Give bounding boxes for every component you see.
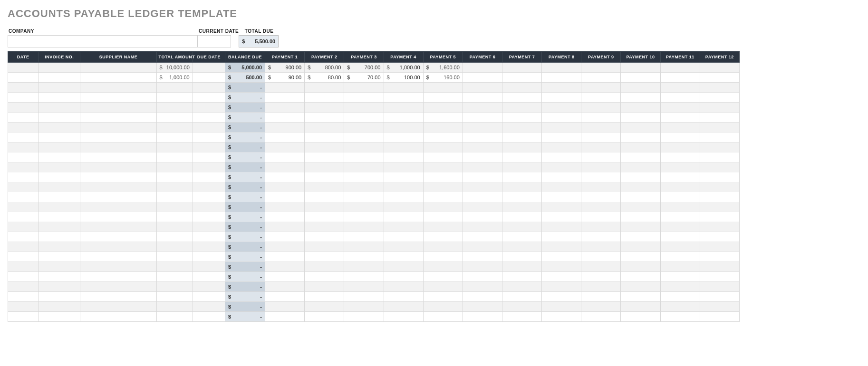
cell-invoice-no[interactable] <box>39 172 80 182</box>
cell-payment-2[interactable] <box>305 103 344 113</box>
cell-due-date[interactable] <box>193 132 225 142</box>
cell-payment-7[interactable] <box>502 162 541 172</box>
cell-invoice-no[interactable] <box>39 83 80 93</box>
cell-payment-8[interactable] <box>542 172 581 182</box>
cell-payment-9[interactable] <box>581 272 621 282</box>
cell-payment-8[interactable] <box>542 302 581 312</box>
cell-date[interactable] <box>8 73 39 83</box>
cell-payment-6[interactable] <box>463 262 502 272</box>
cell-payment-2[interactable] <box>305 93 344 103</box>
cell-payment-10[interactable] <box>621 142 660 152</box>
cell-due-date[interactable] <box>193 242 225 252</box>
cell-payment-7[interactable] <box>502 232 541 242</box>
cell-payment-7[interactable] <box>502 103 541 113</box>
cell-payment-11[interactable] <box>660 242 700 252</box>
cell-payment-10[interactable] <box>621 113 660 122</box>
cell-total-amount[interactable] <box>156 172 193 182</box>
cell-invoice-no[interactable] <box>39 142 80 152</box>
cell-balance-due[interactable]: $- <box>225 162 265 172</box>
cell-date[interactable] <box>8 202 39 212</box>
cell-due-date[interactable] <box>193 202 225 212</box>
cell-payment-12[interactable] <box>700 172 739 182</box>
cell-payment-12[interactable] <box>700 182 739 192</box>
cell-payment-9[interactable] <box>581 132 621 142</box>
cell-invoice-no[interactable] <box>39 232 80 242</box>
cell-payment-7[interactable] <box>502 222 541 232</box>
cell-total-amount[interactable] <box>156 252 193 262</box>
cell-supplier-name[interactable] <box>80 202 156 212</box>
cell-payment-7[interactable] <box>502 152 541 162</box>
cell-payment-11[interactable] <box>660 252 700 262</box>
cell-payment-8[interactable] <box>542 312 581 322</box>
cell-payment-10[interactable] <box>621 302 660 312</box>
cell-payment-9[interactable] <box>581 232 621 242</box>
cell-invoice-no[interactable] <box>39 302 80 312</box>
cell-payment-8[interactable] <box>542 202 581 212</box>
cell-payment-12[interactable] <box>700 83 739 93</box>
cell-payment-8[interactable] <box>542 63 581 73</box>
cell-supplier-name[interactable] <box>80 113 156 122</box>
cell-payment-2[interactable] <box>305 202 344 212</box>
cell-supplier-name[interactable] <box>80 93 156 103</box>
cell-payment-4[interactable] <box>384 202 423 212</box>
cell-payment-7[interactable] <box>502 83 541 93</box>
cell-date[interactable] <box>8 292 39 302</box>
cell-payment-7[interactable] <box>502 212 541 222</box>
cell-balance-due[interactable]: $- <box>225 282 265 292</box>
cell-payment-7[interactable] <box>502 182 541 192</box>
cell-payment-11[interactable] <box>660 292 700 302</box>
cell-balance-due[interactable]: $- <box>225 222 265 232</box>
cell-due-date[interactable] <box>193 212 225 222</box>
cell-payment-4[interactable] <box>384 262 423 272</box>
cell-payment-7[interactable] <box>502 142 541 152</box>
cell-payment-4[interactable] <box>384 222 423 232</box>
cell-payment-12[interactable] <box>700 142 739 152</box>
cell-invoice-no[interactable] <box>39 103 80 113</box>
cell-supplier-name[interactable] <box>80 212 156 222</box>
cell-payment-7[interactable] <box>502 252 541 262</box>
cell-payment-3[interactable] <box>344 312 384 322</box>
cell-payment-5[interactable] <box>423 152 463 162</box>
cell-payment-2[interactable] <box>305 302 344 312</box>
cell-balance-due[interactable]: $- <box>225 122 265 132</box>
cell-payment-10[interactable] <box>621 172 660 182</box>
cell-due-date[interactable] <box>193 182 225 192</box>
cell-payment-2[interactable] <box>305 242 344 252</box>
cell-payment-3[interactable] <box>344 212 384 222</box>
cell-payment-9[interactable] <box>581 252 621 262</box>
cell-payment-2[interactable] <box>305 252 344 262</box>
cell-due-date[interactable] <box>193 282 225 292</box>
cell-payment-11[interactable] <box>660 312 700 322</box>
cell-payment-10[interactable] <box>621 192 660 202</box>
cell-balance-due[interactable]: $- <box>225 312 265 322</box>
cell-payment-1[interactable] <box>265 182 305 192</box>
cell-due-date[interactable] <box>193 312 225 322</box>
cell-payment-9[interactable] <box>581 262 621 272</box>
cell-payment-5[interactable] <box>423 122 463 132</box>
cell-balance-due[interactable]: $- <box>225 272 265 282</box>
cell-payment-12[interactable] <box>700 132 739 142</box>
cell-payment-5[interactable] <box>423 83 463 93</box>
cell-payment-12[interactable] <box>700 152 739 162</box>
cell-payment-12[interactable] <box>700 212 739 222</box>
cell-balance-due[interactable]: $- <box>225 232 265 242</box>
cell-balance-due[interactable]: $- <box>225 132 265 142</box>
cell-payment-9[interactable] <box>581 142 621 152</box>
cell-payment-4[interactable] <box>384 212 423 222</box>
cell-payment-12[interactable] <box>700 113 739 122</box>
cell-supplier-name[interactable] <box>80 132 156 142</box>
cell-payment-9[interactable] <box>581 182 621 192</box>
cell-payment-1[interactable] <box>265 292 305 302</box>
cell-payment-5[interactable] <box>423 103 463 113</box>
cell-due-date[interactable] <box>193 113 225 122</box>
cell-balance-due[interactable]: $5,000.00 <box>225 63 265 73</box>
cell-payment-8[interactable] <box>542 192 581 202</box>
cell-supplier-name[interactable] <box>80 103 156 113</box>
cell-payment-9[interactable] <box>581 122 621 132</box>
cell-payment-10[interactable] <box>621 152 660 162</box>
cell-payment-4[interactable] <box>384 272 423 282</box>
cell-payment-9[interactable] <box>581 202 621 212</box>
cell-payment-12[interactable] <box>700 162 739 172</box>
cell-payment-1[interactable] <box>265 282 305 292</box>
cell-date[interactable] <box>8 103 39 113</box>
